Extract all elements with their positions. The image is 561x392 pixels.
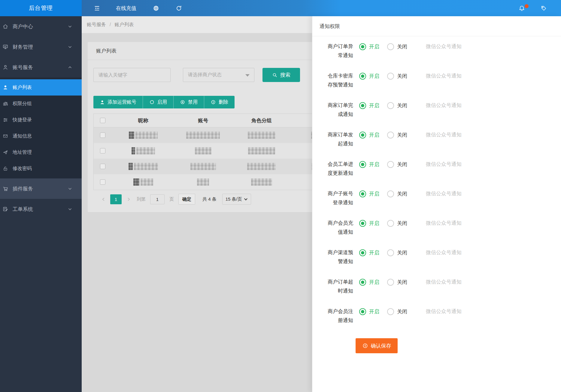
radio-off-icon[interactable] <box>387 249 394 256</box>
radio-on-option[interactable]: 开启 <box>359 307 379 316</box>
radio-off-option[interactable]: 关闭 <box>387 248 407 257</box>
chevron-down-icon <box>244 197 248 201</box>
radio-off-option[interactable]: 关闭 <box>387 130 407 139</box>
radio-off-icon[interactable] <box>387 279 394 286</box>
row-checkbox[interactable] <box>100 148 105 153</box>
radio-on-icon[interactable] <box>359 132 366 138</box>
radio-on-icon[interactable] <box>359 190 366 197</box>
radio-off-icon[interactable] <box>387 190 394 197</box>
add-operator-button[interactable]: 添加运营账号 <box>93 96 143 108</box>
radio-off-icon[interactable] <box>387 308 394 315</box>
radio-on-option[interactable]: 开启 <box>359 42 379 51</box>
topbar: 在线充值 <box>82 0 561 16</box>
radio-off-option[interactable]: 关闭 <box>387 219 407 228</box>
enable-button[interactable]: 启用 <box>143 96 173 108</box>
keyword-input[interactable] <box>93 68 171 82</box>
row-checkbox[interactable] <box>100 179 105 185</box>
radio-off-option[interactable]: 关闭 <box>387 42 407 51</box>
notification-channel: 微信公众号通知 <box>426 307 462 316</box>
notification-channel: 微信公众号通知 <box>426 71 462 81</box>
column-header-account[interactable]: 账号 <box>174 117 232 124</box>
radio-off-icon[interactable] <box>387 43 394 50</box>
globe-icon[interactable] <box>153 5 159 12</box>
topbar-recharge-link[interactable]: 在线充值 <box>116 5 136 12</box>
search-button[interactable]: 搜索 <box>262 68 300 82</box>
radio-off-option[interactable]: 关闭 <box>387 278 407 287</box>
bell-icon[interactable] <box>518 5 525 12</box>
radio-on-icon[interactable] <box>359 308 366 315</box>
column-header-nickname[interactable]: 昵称 <box>112 117 175 124</box>
radio-off-option[interactable]: 关闭 <box>387 307 407 316</box>
breadcrumb-item[interactable]: 账号服务 <box>87 22 106 28</box>
radio-off-option[interactable]: 关闭 <box>387 189 407 198</box>
current-page-button[interactable]: 1 <box>110 194 122 204</box>
next-page-icon[interactable] <box>127 197 131 201</box>
collapse-menu-icon[interactable] <box>94 5 100 11</box>
radio-on-icon[interactable] <box>359 43 366 50</box>
radio-off-icon[interactable] <box>387 161 394 168</box>
caret-down-icon <box>245 74 250 77</box>
drawer-title: 通知权限 <box>312 16 561 36</box>
sidebar-item-merchant-center[interactable]: 商户中心 <box>0 16 82 37</box>
notification-row-merchant-order-exception: 商户订单异常通知 开启 关闭 微信公众号通知 <box>312 42 561 71</box>
radio-off-option[interactable]: 关闭 <box>387 160 407 169</box>
disable-button[interactable]: 禁用 <box>173 96 204 108</box>
home-icon <box>2 23 9 29</box>
sidebar-item-plugin-service[interactable]: 插件服务 <box>0 178 82 199</box>
radio-off-icon[interactable] <box>387 220 394 227</box>
sidebar-item-worksheet-system[interactable]: 工单系统 <box>0 199 82 219</box>
confirm-save-button[interactable]: 确认保存 <box>356 338 398 353</box>
radio-on-icon[interactable] <box>359 279 366 286</box>
sidebar-item-quick-login[interactable]: 快捷登录 <box>0 112 82 128</box>
radio-on-option[interactable]: 开启 <box>359 101 379 110</box>
app-logo: 后台管理 <box>0 0 82 16</box>
row-checkbox[interactable] <box>100 164 105 169</box>
notification-label: 商户子账号登录通知 <box>327 189 353 207</box>
radio-off-icon[interactable] <box>387 73 394 80</box>
tag-icon[interactable] <box>540 5 547 12</box>
radio-on-option[interactable]: 开启 <box>359 160 379 169</box>
sidebar: 商户中心 财务管理 账号服务 <box>0 16 82 392</box>
notification-row-seller-order-complete: 商家订单完成通知 开启 关闭 微信公众号通知 <box>312 101 561 130</box>
radio-on-option[interactable]: 开启 <box>359 278 379 287</box>
notification-badge <box>525 4 529 8</box>
radio-off-option[interactable]: 关闭 <box>387 101 407 110</box>
radio-filled-icon <box>180 99 185 105</box>
radio-on-option[interactable]: 开启 <box>359 189 379 198</box>
sidebar-item-address[interactable]: 地址管理 <box>0 144 82 160</box>
row-checkbox[interactable] <box>100 132 105 138</box>
sidebar-item-permission-groups[interactable]: 权限分组 <box>0 96 82 112</box>
user-filled-icon <box>2 85 8 90</box>
sidebar-item-change-password[interactable]: 修改密码 <box>0 160 82 177</box>
sidebar-item-account-list[interactable]: 账户列表 <box>0 79 82 96</box>
radio-on-icon[interactable] <box>359 73 366 80</box>
delete-button[interactable]: 删除 <box>204 96 235 108</box>
radio-off-icon[interactable] <box>387 132 394 138</box>
radio-on-icon[interactable] <box>359 220 366 227</box>
sidebar-item-finance[interactable]: 财务管理 <box>0 37 82 57</box>
page-number-input[interactable] <box>150 194 165 204</box>
prev-page-icon[interactable] <box>102 197 105 201</box>
merchant-status-select[interactable]: 请选择商户状态 <box>183 68 254 82</box>
radio-on-icon[interactable] <box>359 161 366 168</box>
radio-on-icon[interactable] <box>359 249 366 256</box>
radio-on-icon[interactable] <box>359 102 366 109</box>
refresh-icon[interactable] <box>176 5 182 11</box>
goto-label: 到第 <box>137 196 146 202</box>
confirm-page-button[interactable]: 确定 <box>178 194 195 205</box>
monitor-icon <box>2 44 9 50</box>
page-size-select[interactable]: 15 条/页 <box>222 194 251 205</box>
group-icon <box>2 101 8 106</box>
sidebar-item-notifications[interactable]: 通知信息 <box>0 128 82 144</box>
radio-off-icon[interactable] <box>387 102 394 109</box>
sidebar-item-account-service[interactable]: 账号服务 <box>0 57 82 77</box>
select-all-checkbox[interactable] <box>100 118 105 123</box>
radio-on-option[interactable]: 开启 <box>359 130 379 139</box>
radio-on-option[interactable]: 开启 <box>359 248 379 257</box>
radio-on-option[interactable]: 开启 <box>359 219 379 228</box>
notification-channel: 微信公众号通知 <box>426 101 462 110</box>
radio-off-option[interactable]: 关闭 <box>387 71 407 81</box>
column-header-role-group[interactable]: 角色分组 <box>232 117 292 124</box>
radio-on-option[interactable]: 开启 <box>359 71 379 81</box>
chevron-down-icon <box>68 207 72 211</box>
